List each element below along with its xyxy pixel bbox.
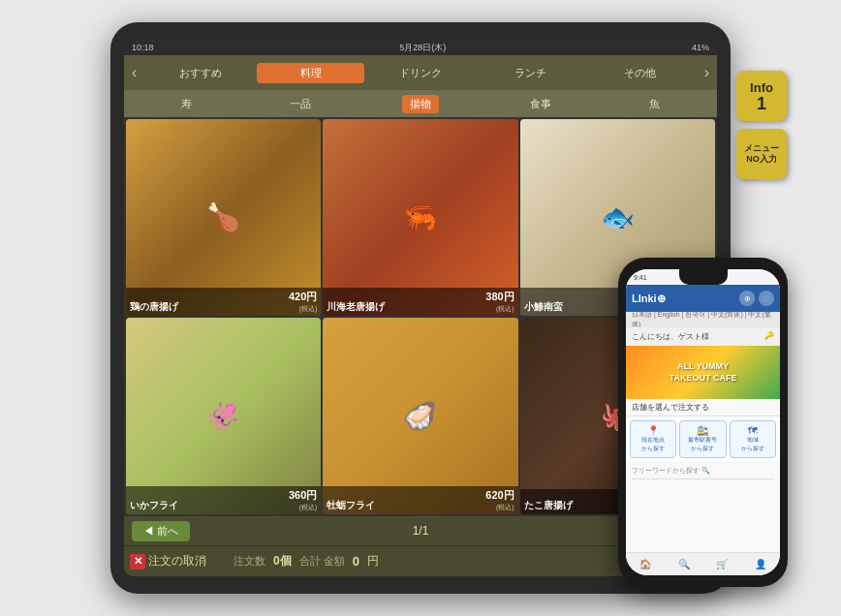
phone-section-title: 店舗を選んで注文する: [626, 399, 780, 416]
phone-screen: 9:41 LInki⊕ ⊕ 🛒 日本語 | English | 한국어 | 中文…: [626, 269, 780, 575]
phone-location-btn-label: 現在地点から探す: [641, 437, 665, 451]
phone-user-icon[interactable]: 👤: [755, 559, 766, 570]
phone-quick-buttons: 📍 現在地点から探す 🚉 最寄駅番号から探す 🗺 地域から探す: [626, 416, 780, 462]
food-name-3: 小鯵南蛮: [524, 300, 563, 314]
prev-page-button[interactable]: ◀ 前へ: [132, 521, 190, 541]
phone-banner-text: ALL YUMMYTAKEOUT CAFE: [670, 361, 737, 384]
status-battery: 41%: [692, 43, 709, 52]
food-image-4: 🦑: [126, 318, 321, 514]
food-price-1: 420円: [289, 290, 317, 304]
cancel-x-icon: ✕: [130, 554, 145, 570]
status-bar: 10:18 5月28日(木) 41%: [124, 40, 717, 55]
phone-home-icon[interactable]: 🏠: [639, 559, 651, 570]
status-date: 5月28日(木): [399, 42, 446, 54]
tab-osusume[interactable]: おすすめ: [146, 63, 254, 83]
food-item-4[interactable]: 🦑 いかフライ 360円 (税込): [126, 318, 321, 514]
nav-prev-arrow[interactable]: ‹: [124, 64, 144, 81]
phone-region-btn[interactable]: 🗺 地域から探す: [730, 420, 776, 458]
phone-lang-text: 日本語 | English | 한국어 | 中文(简体) | 中文(繁体): [632, 310, 774, 329]
food-price-sub-1: (税込): [289, 304, 317, 314]
cancel-label: 注文の取消: [148, 553, 206, 570]
food-price-sub-2: (税込): [485, 304, 514, 314]
phone-station-btn-icon: 🚉: [682, 425, 723, 436]
phone-cart-icon: 🛒: [759, 291, 774, 306]
sub-nav: 寿 一品 揚物 食事 魚: [124, 90, 717, 117]
phone-location-icon: ⊕: [739, 291, 755, 306]
nav-next-arrow[interactable]: ›: [697, 64, 717, 81]
food-item-2[interactable]: 🦐 川海老唐揚げ 380円 (税込): [323, 119, 517, 316]
tab-lunch[interactable]: ランチ: [477, 63, 584, 83]
subtab-shokuji[interactable]: 食事: [522, 95, 559, 113]
tab-sonota[interactable]: その他: [586, 63, 694, 83]
phone-station-btn-label: 最寄駅番号から探す: [688, 437, 717, 451]
phone-region-btn-icon: 🗺: [732, 425, 773, 436]
food-price-sub-5: (税込): [485, 503, 514, 512]
page-info: 1/1: [413, 524, 429, 538]
phone-lang-bar: 日本語 | English | 한국어 | 中文(简体) | 中文(繁体): [626, 312, 780, 327]
food-name-4: いかフライ: [130, 499, 178, 512]
status-time: 10:18: [132, 43, 154, 52]
food-image-5: 🦪: [323, 318, 517, 514]
food-name-1: 鶏の唐揚げ: [130, 300, 178, 314]
food-item-1[interactable]: 🍗 鶏の唐揚げ 420円 (税込): [126, 119, 321, 316]
order-unit: 円: [367, 553, 379, 570]
phone-header: LInki⊕ ⊕ 🛒: [626, 285, 780, 312]
food-price-block-4: 360円 (税込): [289, 488, 317, 512]
tab-ryouri[interactable]: 料理: [257, 63, 364, 83]
food-name-2: 川海老唐揚げ: [327, 300, 385, 314]
food-name-5: 牡蛎フライ: [327, 499, 375, 512]
food-label-2: 川海老唐揚げ 380円 (税込): [323, 288, 517, 316]
phone-logo: LInki⊕: [632, 293, 666, 305]
phone-station-btn[interactable]: 🚉 最寄駅番号から探す: [679, 420, 726, 458]
food-name-6: たこ唐揚げ: [524, 499, 573, 512]
info-label: Info: [750, 80, 773, 95]
phone-location-btn[interactable]: 📍 現在地点から探す: [630, 420, 676, 458]
phone-footer: 🏠 🔍 🛒 👤: [626, 552, 780, 575]
nav-tabs: おすすめ 料理 ドリンク ランチ その他: [144, 59, 696, 87]
phone-shell: 9:41 LInki⊕ ⊕ 🛒 日本語 | English | 한국어 | 中文…: [618, 258, 788, 587]
subtab-sakana[interactable]: 魚: [641, 95, 668, 113]
phone-notch: [679, 269, 728, 285]
subtab-ippin[interactable]: 一品: [282, 95, 319, 113]
phone-banner: ALL YUMMYTAKEOUT CAFE: [626, 346, 780, 399]
food-price-block-5: 620円 (税込): [485, 488, 514, 512]
order-total-value: 0: [353, 554, 359, 569]
tab-drink[interactable]: ドリンク: [366, 63, 474, 83]
food-label-1: 鶏の唐揚げ 420円 (税込): [126, 288, 321, 316]
food-item-5[interactable]: 🦪 牡蛎フライ 620円 (税込): [323, 318, 517, 514]
subtab-sushi[interactable]: 寿: [173, 95, 200, 113]
food-label-5: 牡蛎フライ 620円 (税込): [323, 486, 517, 514]
order-count-value: 0個: [273, 553, 292, 570]
phone-search-bar: フリーワードから探す 🔍: [632, 466, 774, 479]
phone-search-icon[interactable]: 🔍: [678, 559, 690, 570]
info-button[interactable]: Info 1: [736, 71, 787, 121]
food-price-5: 620円: [485, 488, 514, 503]
food-price-4: 360円: [289, 488, 317, 503]
cancel-order-button[interactable]: ✕ 注文の取消: [130, 553, 206, 570]
phone-greeting: こんにちは、ゲスト様 🔑: [626, 327, 780, 346]
food-price-sub-4: (税込): [289, 503, 317, 512]
info-number: 1: [757, 95, 766, 112]
menu-no-line1: メニュー: [744, 143, 779, 154]
phone-cart-footer-icon[interactable]: 🛒: [716, 559, 728, 570]
order-total-label: 合計 金額: [299, 554, 345, 569]
food-image-2: 🦐: [323, 119, 517, 316]
phone-region-btn-label: 地域から探す: [741, 437, 764, 451]
phone-login-icon: 🔑: [764, 331, 774, 342]
phone-greeting-text: こんにちは、ゲスト様: [632, 331, 709, 342]
top-nav: ‹ おすすめ 料理 ドリンク ランチ その他 ›: [124, 55, 717, 90]
food-price-block-2: 380円 (税込): [485, 290, 514, 314]
order-count-label: 注文数: [234, 554, 265, 569]
phone-header-icons: ⊕ 🛒: [739, 291, 774, 306]
food-price-2: 380円: [485, 290, 514, 304]
phone-status-text: 9:41: [634, 274, 647, 281]
menu-no-button[interactable]: メニュー NO入力: [736, 129, 787, 179]
menu-no-line2: NO入力: [746, 154, 777, 165]
food-image-1: 🍗: [126, 119, 321, 316]
food-price-block-1: 420円 (税込): [289, 290, 317, 314]
food-label-4: いかフライ 360円 (税込): [126, 486, 321, 514]
subtab-agemono[interactable]: 揚物: [402, 95, 439, 113]
phone-location-btn-icon: 📍: [633, 425, 673, 436]
